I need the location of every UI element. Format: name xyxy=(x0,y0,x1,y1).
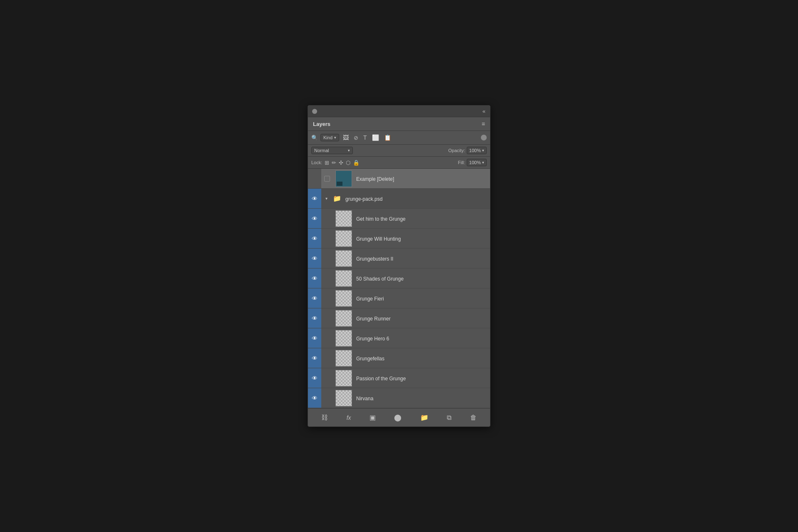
filter-image-icon[interactable]: 🖼 xyxy=(342,133,350,142)
layer-row[interactable]: 👁 ▾ 📁 grunge-pack.psd xyxy=(308,189,490,209)
fill-value-text: 100% xyxy=(469,160,481,165)
visibility-col[interactable]: 👁 xyxy=(308,348,321,368)
eye-icon[interactable]: 👁 xyxy=(312,215,318,222)
thumb-col xyxy=(335,170,352,187)
mask-icon[interactable]: ⬤ xyxy=(392,412,404,423)
eye-icon[interactable]: 👁 xyxy=(312,375,318,382)
eye-icon[interactable]: 👁 xyxy=(312,235,318,242)
layer-row[interactable]: 👁 Grunge Runner xyxy=(308,308,490,328)
eye-icon[interactable]: 👁 xyxy=(312,255,318,262)
layer-info: Grunge Will Hunting xyxy=(355,235,490,242)
layer-row[interactable]: 👁 Grungefellas xyxy=(308,348,490,368)
lock-move-icon[interactable]: ✣ xyxy=(339,160,343,166)
layer-thumbnail xyxy=(335,270,352,287)
fill-group: Fill: 100% ▾ xyxy=(458,159,487,166)
kind-filter-select[interactable]: Kind ▾ xyxy=(320,134,339,141)
visibility-col[interactable]: 👁 xyxy=(308,368,321,388)
close-button[interactable] xyxy=(312,109,317,114)
eye-icon[interactable]: 👁 xyxy=(312,355,318,362)
layer-row[interactable]: 👁 Grungebusters II xyxy=(308,249,490,268)
thumb-col xyxy=(335,230,352,247)
eye-icon[interactable]: 👁 xyxy=(312,195,318,202)
adjustment-layer-icon[interactable]: ▣ xyxy=(367,412,378,423)
layer-row[interactable]: 👁 50 Shades of Grunge xyxy=(308,268,490,288)
chevron-down-icon[interactable]: ▾ xyxy=(325,196,328,201)
lock-all-icon[interactable]: 🔒 xyxy=(353,160,360,166)
layer-row[interactable]: 👁 Get him to the Grunge xyxy=(308,209,490,229)
opacity-value-text: 100% xyxy=(469,148,481,153)
eye-icon[interactable]: 👁 xyxy=(312,275,318,282)
layer-thumbnail xyxy=(335,330,352,347)
layer-thumbnail xyxy=(335,230,352,247)
panel-menu-icon[interactable]: ≡ xyxy=(482,121,485,127)
visibility-col[interactable]: 👁 xyxy=(308,268,321,288)
layer-row[interactable]: 👁 Passion of the Grunge xyxy=(308,368,490,388)
lock-pixels-icon[interactable]: ⊞ xyxy=(325,160,329,166)
layer-thumbnail xyxy=(335,210,352,227)
layer-row[interactable]: 👁 Grunge Fieri xyxy=(308,288,490,308)
thumb-col xyxy=(335,210,352,227)
panel-header: Layers ≡ xyxy=(308,117,490,131)
layer-row[interactable]: Example [Delete] xyxy=(308,169,490,189)
opacity-input[interactable]: 100% ▾ xyxy=(467,147,487,154)
filter-text-icon[interactable]: T xyxy=(362,133,368,142)
checkbox-col[interactable] xyxy=(321,176,333,182)
blend-mode-arrow-icon: ▾ xyxy=(348,148,350,153)
lock-label: Lock: xyxy=(311,160,322,165)
layer-row[interactable]: 👁 Grunge Will Hunting xyxy=(308,229,490,249)
layer-thumbnail xyxy=(335,310,352,327)
layer-checkbox[interactable] xyxy=(324,176,330,182)
layer-info: Nirvana xyxy=(355,394,490,402)
thumb-col xyxy=(335,330,352,347)
filter-effect-icon[interactable]: ⊘ xyxy=(352,134,360,142)
search-icon: 🔍 xyxy=(311,135,318,141)
title-bar: « xyxy=(308,106,490,117)
thumb-col xyxy=(335,250,352,267)
delete-layer-icon[interactable]: 🗑 xyxy=(468,412,479,423)
layer-row[interactable]: 👁 Nirvana xyxy=(308,388,490,408)
thumb-col xyxy=(335,290,352,307)
lock-artboard-icon[interactable]: ⬡ xyxy=(346,160,350,166)
fill-arrow-icon: ▾ xyxy=(482,160,484,165)
eye-icon[interactable]: 👁 xyxy=(312,395,318,401)
layer-name: Get him to the Grunge xyxy=(356,216,406,222)
layer-thumbnail xyxy=(335,170,352,187)
layer-name: Grunge Will Hunting xyxy=(356,236,401,242)
layer-thumbnail xyxy=(335,250,352,267)
eye-icon[interactable]: 👁 xyxy=(312,335,318,342)
visibility-col[interactable]: 👁 xyxy=(308,189,321,208)
expand-col[interactable]: ▾ xyxy=(321,196,333,201)
layer-info: Passion of the Grunge xyxy=(355,374,490,382)
layer-info: Get him to the Grunge xyxy=(355,215,490,222)
layer-row[interactable]: 👁 Grunge Hero 6 xyxy=(308,328,490,348)
visibility-col[interactable]: 👁 xyxy=(308,388,321,408)
folder-icon: 📁 xyxy=(333,195,341,202)
visibility-col[interactable]: 👁 xyxy=(308,209,321,228)
fx-button[interactable]: fx xyxy=(345,413,353,423)
link-icon[interactable]: ⛓ xyxy=(319,412,330,423)
visibility-col[interactable]: 👁 xyxy=(308,288,321,308)
eye-icon[interactable]: 👁 xyxy=(312,315,318,322)
eye-icon[interactable]: 👁 xyxy=(312,295,318,302)
thumb-col xyxy=(335,310,352,327)
thumb-col xyxy=(335,390,352,406)
visibility-col[interactable]: 👁 xyxy=(308,229,321,248)
lock-bar: Lock: ⊞ ✏ ✣ ⬡ 🔒 Fill: 100% ▾ xyxy=(308,157,490,169)
visibility-col[interactable]: 👁 xyxy=(308,308,321,328)
new-group-icon[interactable]: 📁 xyxy=(418,412,431,423)
visibility-col[interactable]: 👁 xyxy=(308,328,321,348)
blend-mode-select[interactable]: Normal ▾ xyxy=(311,147,353,154)
lock-draw-icon[interactable]: ✏ xyxy=(332,160,336,166)
filter-shape-icon[interactable]: ⬜ xyxy=(371,133,380,142)
fill-input[interactable]: 100% ▾ xyxy=(467,159,487,166)
filter-smart-icon[interactable]: 📋 xyxy=(383,133,392,142)
layer-info: Grunge Fieri xyxy=(355,295,490,302)
filter-toggle[interactable] xyxy=(481,135,487,140)
kind-label: Kind xyxy=(323,135,332,140)
new-layer-icon[interactable]: ⧉ xyxy=(445,412,453,423)
panel-title: Layers xyxy=(313,121,330,127)
collapse-button[interactable]: « xyxy=(483,108,486,114)
visibility-col[interactable]: 👁 xyxy=(308,249,321,268)
fill-label: Fill: xyxy=(458,160,465,165)
layer-info: 50 Shades of Grunge xyxy=(355,275,490,282)
